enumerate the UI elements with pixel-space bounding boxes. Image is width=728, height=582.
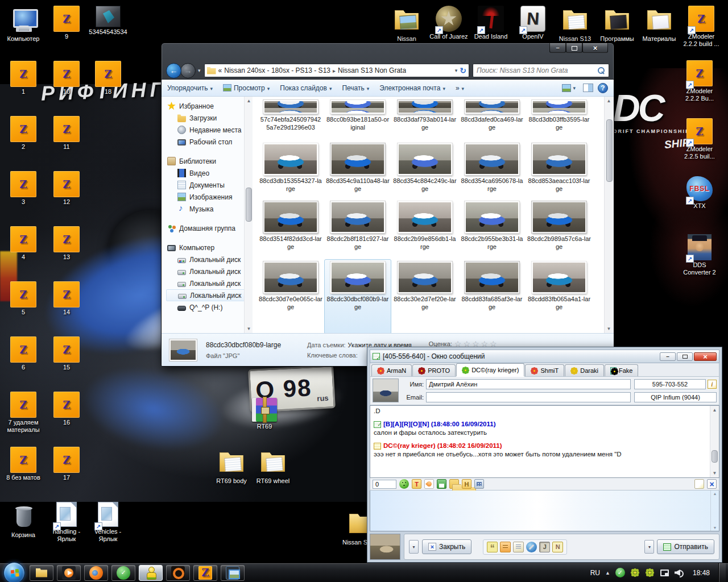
- compose-tool-icon[interactable]: [449, 479, 459, 489]
- chat-tab[interactable]: ShmiT: [525, 364, 564, 376]
- sidebar-scrollbar[interactable]: ▲ ▼: [244, 97, 253, 333]
- desktop-icon[interactable]: 14: [46, 280, 88, 335]
- desktop-icon[interactable]: 16: [46, 390, 88, 446]
- preview-pane-button[interactable]: [583, 84, 593, 92]
- command-bar-item[interactable]: Печать: [342, 84, 369, 92]
- sidebar-item[interactable]: Компьютер: [166, 242, 253, 253]
- desktop-icon[interactable]: XTX: [679, 175, 721, 233]
- desktop-icon-rt69-body[interactable]: RT69 body: [210, 447, 253, 485]
- desktop-icon[interactable]: 5: [2, 280, 44, 335]
- desktop-icon[interactable]: 9: [46, 5, 88, 60]
- chat-tab[interactable]: Daraki: [565, 364, 604, 376]
- taskbar-app-button[interactable]: [221, 565, 245, 581]
- file-item[interactable]: 88cd3db03ffb3595-large: [526, 98, 593, 141]
- desktop-icon-rt69[interactable]: RT69: [243, 397, 286, 430]
- chat-tool-icon[interactable]: [487, 542, 498, 552]
- desktop-icon[interactable]: 53454543534: [87, 5, 129, 60]
- minimize-button[interactable]: [660, 352, 676, 361]
- file-item[interactable]: 88cd354c884c249c-large: [391, 141, 458, 199]
- forward-button[interactable]: [180, 63, 196, 78]
- views-button[interactable]: [559, 82, 578, 94]
- command-bar-item[interactable]: Показ слайдов: [280, 84, 332, 92]
- sidebar-item[interactable]: Рабочий стол: [166, 136, 253, 148]
- scroll-down-icon[interactable]: ▼: [245, 325, 253, 333]
- desktop-icon[interactable]: 13: [46, 225, 88, 280]
- volume-tray-icon[interactable]: [675, 568, 684, 577]
- file-item[interactable]: 88cd853aeacc103f-large: [526, 141, 593, 199]
- sidebar-item[interactable]: Локальный диск: [166, 289, 253, 301]
- close-button[interactable]: [694, 352, 717, 361]
- scroll-down-icon[interactable]: ▼: [605, 325, 613, 333]
- desktop-icon[interactable]: 1: [2, 60, 44, 115]
- compose-tool-icon[interactable]: [474, 479, 484, 489]
- scroll-down-icon[interactable]: ▼: [710, 469, 719, 477]
- desktop-icon[interactable]: Корзина: [2, 501, 44, 556]
- email-field[interactable]: [426, 392, 631, 402]
- file-item[interactable]: 88cdc30e2d7ef20e-large: [391, 259, 458, 333]
- desktop-icon[interactable]: 10: [46, 60, 88, 115]
- taskbar-app-button[interactable]: [30, 565, 53, 581]
- maximize-button[interactable]: [677, 352, 693, 361]
- back-button[interactable]: [166, 63, 181, 78]
- file-item[interactable]: 88cdc2b989a57c6a-large: [526, 199, 593, 259]
- compose-tool-icon[interactable]: [707, 479, 717, 489]
- sidebar-item[interactable]: Локальный диск: [166, 265, 253, 277]
- desktop-icon[interactable]: 18: [87, 60, 129, 115]
- clock[interactable]: 18:48: [693, 569, 710, 577]
- name-field[interactable]: [426, 379, 631, 389]
- file-item[interactable]: 88cdc30d7e0e065c-large: [257, 259, 324, 333]
- scroll-down-icon[interactable]: ▼: [713, 526, 717, 530]
- skype-tray-icon[interactable]: [615, 568, 625, 577]
- file-item[interactable]: 88cdc2b8f181c927-large: [324, 199, 391, 259]
- desktop-icon[interactable]: 17: [46, 446, 88, 501]
- search-icon[interactable]: [597, 66, 605, 74]
- breadcrumb-current[interactable]: Nissan S13 Non Grata: [338, 66, 406, 74]
- sidebar-item[interactable]: Избранное: [166, 100, 253, 112]
- sidebar-item[interactable]: Музыка: [166, 203, 253, 215]
- file-list-scrollbar[interactable]: ▲ ▼: [604, 97, 614, 333]
- file-item[interactable]: 88cd3dafed0ca469-large: [458, 98, 526, 141]
- file-item[interactable]: 88cdd83fb065a4a1-large: [526, 259, 593, 333]
- desktop-icon[interactable]: 3: [2, 170, 44, 225]
- chat-tool-icon[interactable]: [513, 542, 524, 552]
- desktop-icon[interactable]: 15: [46, 335, 88, 390]
- file-item[interactable]: 88cdc2b99e856db1-large: [391, 199, 458, 259]
- file-item[interactable]: 88cd354ca6950678-large: [458, 141, 526, 199]
- desktop-icon[interactable]: ZModeler 2.2.2 Bu...: [679, 59, 721, 117]
- scroll-up-icon[interactable]: ▲: [710, 406, 719, 414]
- file-item[interactable]: 88cdd83fa685af3e-large: [458, 259, 526, 333]
- desktop-icon[interactable]: vehicles - Ярлык: [87, 501, 129, 556]
- taskbar-app-button[interactable]: [166, 565, 190, 581]
- sidebar-item[interactable]: Изображения: [166, 191, 253, 203]
- desktop-icon[interactable]: 4: [2, 225, 44, 280]
- desktop-icon[interactable]: Материалы: [638, 5, 680, 60]
- compose-tool-icon[interactable]: [424, 479, 434, 489]
- chat-tool-icon[interactable]: [539, 542, 550, 552]
- chat-history[interactable]: .D [B][A][R][O][N] (18:48:00 16/09/2011)…: [370, 405, 719, 478]
- compose-tool-icon[interactable]: [462, 479, 471, 489]
- file-item[interactable]: 88cd3daf793ab014-large: [391, 98, 458, 141]
- contact-details-icon[interactable]: [708, 380, 717, 389]
- desktop-icon-rt69-wheel[interactable]: RT69 wheel: [252, 447, 294, 485]
- desktop-icon[interactable]: 7 удаляем материалы: [2, 390, 44, 446]
- desktop-icon[interactable]: 2: [2, 115, 44, 170]
- qip-titlebar[interactable]: [405-556-640] - Окно сообщений: [370, 350, 719, 363]
- sidebar-item[interactable]: Недавние места: [166, 124, 253, 136]
- sidebar-item[interactable]: Библиотеки: [166, 155, 253, 167]
- chat-tab[interactable]: DC©(ray krieger): [456, 363, 524, 376]
- desktop-icon[interactable]: 8 без матов: [2, 446, 44, 501]
- send-options-dropdown[interactable]: [644, 540, 654, 554]
- scroll-up-icon[interactable]: ▲: [605, 97, 613, 105]
- sidebar-item[interactable]: Загрузки: [166, 112, 253, 124]
- language-indicator[interactable]: RU: [590, 569, 600, 577]
- address-bar[interactable]: « Nissan 240sx - 180sx - PS13 - S13 ▸ Ni…: [204, 64, 469, 77]
- command-bar-item[interactable]: Упорядочить: [167, 84, 213, 92]
- file-item[interactable]: 88cd354c9a110a48-large: [324, 141, 391, 199]
- desktop-icon[interactable]: 6: [2, 335, 44, 390]
- sidebar-item[interactable]: Видео: [166, 167, 253, 179]
- taskbar-app-button[interactable]: [84, 565, 108, 581]
- desktop-icon[interactable]: Компьютер: [2, 5, 44, 60]
- chat-scrollbar[interactable]: ▲ ▼: [710, 406, 719, 477]
- maximize-button[interactable]: [566, 43, 582, 53]
- help-button[interactable]: [598, 83, 608, 93]
